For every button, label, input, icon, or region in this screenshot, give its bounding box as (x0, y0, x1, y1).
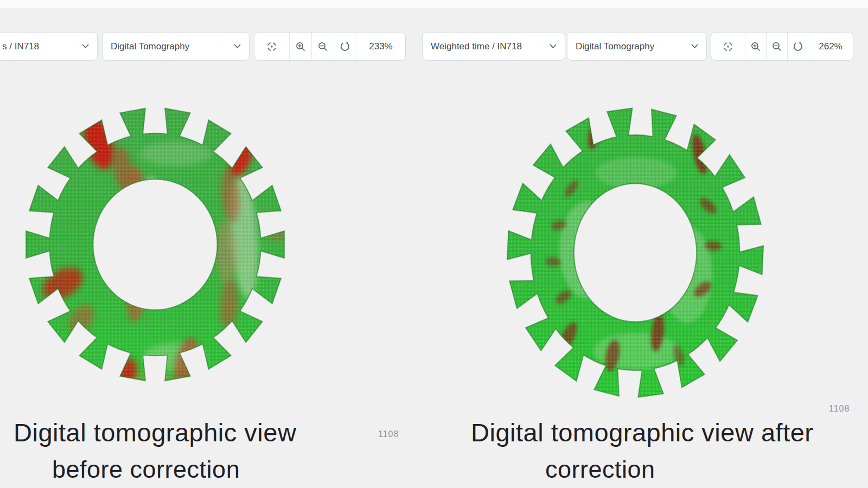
chevron-down-icon (691, 44, 698, 49)
rotate-reset-icon (339, 41, 351, 53)
view-dropdown-label: Digital Tomography (111, 41, 189, 52)
zoom-level-value: 262% (819, 41, 842, 52)
zoom-in-button[interactable] (289, 33, 311, 60)
tomography-viewport-before[interactable] (22, 104, 289, 385)
zoom-out-button[interactable] (311, 33, 334, 60)
material-dropdown-label: Weighted time / IN718 (431, 41, 522, 52)
fit-view-icon (265, 40, 278, 53)
caption-after-line2: correction (545, 455, 655, 484)
part-id-annotation: 1108 (378, 429, 399, 439)
fit-view-button[interactable] (254, 33, 289, 60)
material-dropdown-after[interactable]: Weighted time / IN718 (422, 32, 565, 61)
zoom-out-button[interactable] (766, 33, 787, 60)
reset-view-button[interactable] (787, 33, 808, 60)
view-dropdown-before[interactable]: Digital Tomography (102, 32, 250, 61)
zoom-level-value: 233% (369, 41, 392, 52)
caption-before-line1: Digital tomographic view (14, 418, 296, 447)
zoom-out-icon (317, 41, 329, 53)
part-id-annotation: 1108 (829, 404, 850, 414)
zoom-in-icon (295, 41, 307, 53)
top-strip (0, 0, 868, 8)
zoom-in-icon (750, 41, 762, 53)
zoom-toolbar-before: 233% (254, 32, 406, 61)
rotate-reset-icon (792, 41, 804, 53)
material-dropdown-label: s / IN718 (2, 41, 39, 52)
zoom-level: 262% (808, 33, 853, 60)
caption-before-line2: before correction (52, 455, 240, 484)
chevron-down-icon (550, 44, 557, 49)
view-dropdown-label: Digital Tomography (576, 41, 654, 52)
reset-view-button[interactable] (334, 33, 356, 60)
zoom-level: 233% (356, 33, 405, 60)
fit-view-button[interactable] (711, 33, 745, 60)
view-dropdown-after[interactable]: Digital Tomography (567, 32, 707, 61)
zoom-out-icon (771, 41, 783, 53)
app-window: s / IN718 Digital Tomography (0, 0, 868, 488)
zoom-in-button[interactable] (745, 33, 766, 60)
fit-view-icon (722, 40, 735, 53)
zoom-toolbar-after: 262% (711, 32, 853, 61)
material-dropdown-before[interactable]: s / IN718 (0, 32, 98, 61)
caption-after-line1: Digital tomographic view after (471, 418, 814, 447)
chevron-down-icon (234, 44, 241, 49)
tomography-viewport-after[interactable] (503, 104, 767, 401)
chevron-down-icon (82, 44, 89, 49)
